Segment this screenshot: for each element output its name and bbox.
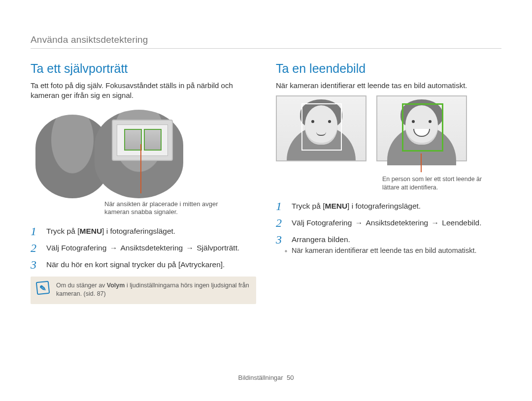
face-detect-box-1 <box>124 129 142 151</box>
step-2: 2 Välj Fotografering → Ansiktsdetekterin… <box>31 242 256 254</box>
step-1: 1 Tryck på [MENU] i fotograferingsläget. <box>31 225 256 237</box>
step-text: . <box>479 218 481 227</box>
photo-smiling <box>376 95 467 161</box>
footer-page-number: 50 <box>287 374 294 381</box>
menu-path-item: Ansiktsdetektering <box>120 244 183 252</box>
step-1: 1 Tryck på [MENU] i fotograferingsläget. <box>276 200 501 212</box>
note-box: ✎ Om du stänger av Volym i ljudinställni… <box>31 277 256 304</box>
step-number: 1 <box>31 225 40 237</box>
step-text: Tryck på [ <box>46 227 79 235</box>
note-segment: Om du stänger av <box>56 282 107 289</box>
note-text: Om du stänger av Volym i ljudinställning… <box>56 281 249 298</box>
menu-path-item: Självporträtt <box>197 244 237 252</box>
step-text: ] i fotograferingsläget. <box>347 202 421 210</box>
step-sub-text: När kameran identifierar ett leende tas … <box>292 246 477 256</box>
note-bold: Volym <box>107 282 125 289</box>
page-footer: Bildinställningar 50 <box>0 374 532 381</box>
face-detect-box-2 <box>144 129 162 151</box>
menu-key-label: MENU <box>79 227 102 235</box>
camera-icon <box>112 120 173 161</box>
step-number: 2 <box>31 242 40 254</box>
step-number: 3 <box>276 234 286 255</box>
section-self-portrait: Ta ett självporträtt Ta ett foto på dig … <box>31 62 256 304</box>
step-text: . <box>237 244 239 252</box>
section-smile-shot: Ta en leendebild När kameran identifiera… <box>276 62 501 304</box>
step-text: ] i fotograferingsläget. <box>102 227 175 235</box>
shutter-key-label: Avtryckaren <box>180 260 221 269</box>
arrow-icon: → <box>106 244 120 252</box>
step-2: 2 Välj Fotografering → Ansiktsdetekterin… <box>276 217 501 229</box>
step-number: 1 <box>276 200 286 212</box>
caption-smile: En person som ler ett stort leende är lä… <box>382 175 496 191</box>
menu-path-item: Ansiktsdetektering <box>366 218 428 227</box>
menu-path-item: Leendebild <box>442 218 479 227</box>
face-detect-box-white <box>301 103 342 151</box>
footer-section: Bildinställningar <box>238 374 283 381</box>
photo-neutral <box>276 95 366 161</box>
step-text: Välj <box>46 244 61 252</box>
face-detect-box-green <box>402 103 443 152</box>
intro-smile: När kameran identifierar ett leende tas … <box>276 81 501 91</box>
step-3: 3 Arrangera bilden. När kameran identifi… <box>276 234 501 255</box>
camera-screen <box>117 124 168 156</box>
menu-key-label: MENU <box>325 202 347 210</box>
step-text: Arrangera bilden. <box>292 235 350 244</box>
step-sublist: När kameran identifierar ett leende tas … <box>292 246 477 256</box>
callout-line-icon <box>140 144 141 193</box>
step-text: Välj <box>292 218 306 227</box>
breadcrumb: Använda ansiktsdetektering <box>31 34 501 49</box>
arrow-icon: → <box>183 244 197 252</box>
menu-path-item: Fotografering <box>61 244 106 252</box>
step-text: När du hör en kort signal trycker du på … <box>46 260 180 269</box>
callout-line-icon <box>421 154 422 172</box>
arrow-icon: → <box>428 218 442 227</box>
section-title-smile: Ta en leendebild <box>276 62 501 76</box>
step-text: ]. <box>221 260 225 269</box>
step-3: 3 När du hör en kort signal trycker du p… <box>31 259 256 271</box>
illustration-smile-row <box>276 95 501 161</box>
section-title-self-portrait: Ta ett självporträtt <box>31 62 256 76</box>
callout-self-portrait: När ansikten är placerade i mitten avger… <box>104 200 242 217</box>
step-text: Tryck på [ <box>292 202 325 210</box>
step-number: 2 <box>276 217 286 229</box>
steps-self-portrait: 1 Tryck på [MENU] i fotograferingsläget.… <box>31 225 256 271</box>
intro-self-portrait: Ta ett foto på dig själv. Fokusavståndet… <box>31 81 256 101</box>
arrow-icon: → <box>352 218 366 227</box>
steps-smile: 1 Tryck på [MENU] i fotograferingsläget.… <box>276 200 501 255</box>
step-number: 3 <box>31 259 40 271</box>
illustration-self-portrait <box>35 105 193 198</box>
note-icon: ✎ <box>36 281 50 295</box>
menu-path-item: Fotografering <box>306 218 352 227</box>
